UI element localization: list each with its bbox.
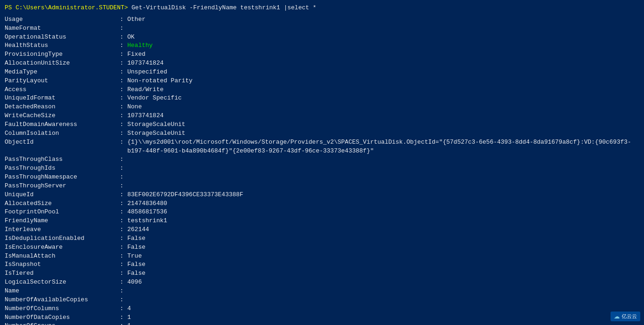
prop-name: UniqueIdFormat [5, 94, 120, 103]
table-row: AllocationUnitSize :1073741824 [5, 59, 639, 68]
prop-name: IsSnapshot [5, 260, 120, 269]
table-row: FriendlyName :testshrink1 [5, 217, 639, 226]
table-row: PassThroughNamespace : [5, 173, 639, 182]
table-row: NumberOfDataCopies :1 [5, 313, 639, 322]
prop-value [127, 173, 639, 182]
prop-colon: : [120, 313, 127, 322]
table-row: NumberOfGroups :1 [5, 322, 639, 325]
prop-value: 1073741824 [127, 112, 639, 120]
watermark-label: 亿云云 [622, 313, 637, 320]
prop-colon: : [120, 24, 127, 33]
prop-name: IsEnclosureAware [5, 243, 120, 252]
prop-value: 21474836480 [127, 199, 639, 208]
table-row: ProvisioningType :Fixed [5, 50, 639, 59]
prop-colon: : [120, 164, 127, 173]
table-row: ObjectId :{1}\\mys2d001\root/Microsoft/W… [5, 138, 639, 156]
prop-name: IsDeduplicationEnabled [5, 234, 120, 243]
prop-name: UniqueId [5, 191, 120, 199]
prop-name: FaultDomainAwareness [5, 120, 120, 129]
prop-colon: : [120, 226, 127, 234]
prop-name: Name [5, 287, 120, 296]
prompt: PS C:\Users\Administrator.STUDENT> [5, 4, 128, 11]
table-row: Usage :Other [5, 15, 639, 24]
prop-value: 1073741824 [127, 59, 639, 68]
prop-colon: : [120, 260, 127, 269]
prop-name: HealthStatus [5, 41, 120, 50]
prop-name: NumberOfColumns [5, 305, 120, 313]
prop-colon: : [120, 33, 127, 42]
prop-name: IsTiered [5, 269, 120, 278]
prop-value: testshrink1 [127, 217, 639, 226]
table-row: NumberOfAvailableCopies : [5, 296, 639, 305]
prop-value: False [127, 243, 639, 252]
table-row: ColumnIsolation :StorageScaleUnit [5, 129, 639, 138]
prop-value: 83EF002E6792DF4396CE33373E43388F [127, 191, 639, 199]
table-row: IsDeduplicationEnabled :False [5, 234, 639, 243]
prop-value [127, 296, 639, 305]
prop-value: StorageScaleUnit [127, 129, 639, 138]
prop-value [127, 287, 639, 296]
prop-name: NumberOfAvailableCopies [5, 296, 120, 305]
table-row: WriteCacheSize :1073741824 [5, 112, 639, 120]
prop-value: 1 [127, 322, 639, 325]
table-row: HealthStatus :Healthy [5, 41, 639, 50]
prop-value: Read/Write [127, 86, 639, 94]
table-row: PassThroughServer : [5, 182, 639, 191]
prop-value: None [127, 103, 639, 112]
prop-colon: : [120, 296, 127, 305]
table-row: Interleave :262144 [5, 226, 639, 234]
prop-colon: : [120, 50, 127, 59]
prop-value: Other [127, 15, 639, 24]
watermark: ☁ 亿云云 [611, 312, 640, 321]
output-table: Usage :OtherNameFormat :OperationalStatu… [5, 15, 639, 325]
table-row: FootprintOnPool :48586817536 [5, 208, 639, 217]
prop-value: 262144 [127, 226, 639, 234]
prop-name: NameFormat [5, 24, 120, 33]
prop-value: 4096 [127, 278, 639, 287]
prop-colon: : [120, 287, 127, 296]
prop-value: 4 [127, 305, 639, 313]
prop-value: False [127, 260, 639, 269]
prop-value: OK [127, 33, 639, 42]
prop-colon: : [120, 243, 127, 252]
prop-colon: : [120, 322, 127, 325]
prop-value: {1}\\mys2d001\root/Microsoft/Windows/Sto… [127, 138, 639, 156]
prop-name: AllocatedSize [5, 199, 120, 208]
table-row: FaultDomainAwareness :StorageScaleUnit [5, 120, 639, 129]
prop-name: Interleave [5, 226, 120, 234]
table-row: NameFormat : [5, 24, 639, 33]
prop-value: Non-rotated Parity [127, 77, 639, 86]
prop-name: Usage [5, 15, 120, 24]
table-row: IsTiered :False [5, 269, 639, 278]
prop-colon: : [120, 173, 127, 182]
prop-name: WriteCacheSize [5, 112, 120, 120]
prop-colon: : [120, 120, 127, 129]
prop-name: LogicalSectorSize [5, 278, 120, 287]
prop-value: Fixed [127, 50, 639, 59]
prop-name: Access [5, 86, 120, 94]
table-row: Name : [5, 287, 639, 296]
prop-colon: : [120, 155, 127, 164]
prop-colon: : [120, 217, 127, 226]
prop-name: OperationalStatus [5, 33, 120, 42]
prop-name: AllocationUnitSize [5, 59, 120, 68]
prop-value: Healthy [127, 41, 639, 50]
table-row: PassThroughClass : [5, 155, 639, 164]
prop-colon: : [120, 182, 127, 191]
prop-name: PassThroughClass [5, 155, 120, 164]
watermark-icon: ☁ [614, 313, 620, 320]
prop-name: MediaType [5, 68, 120, 77]
prop-name: PassThroughServer [5, 182, 120, 191]
prop-colon: : [120, 41, 127, 50]
prop-value: Unspecified [127, 68, 639, 77]
prop-colon: : [120, 112, 127, 120]
prop-name: NumberOfGroups [5, 322, 120, 325]
prop-name: ProvisioningType [5, 50, 120, 59]
table-row: PassThroughIds : [5, 164, 639, 173]
table-row: Access :Read/Write [5, 86, 639, 94]
prop-colon: : [120, 77, 127, 86]
table-row: UniqueIdFormat :Vendor Specific [5, 94, 639, 103]
table-row: ParityLayout :Non-rotated Parity [5, 77, 639, 86]
prop-colon: : [120, 68, 127, 77]
prop-colon: : [120, 208, 127, 217]
